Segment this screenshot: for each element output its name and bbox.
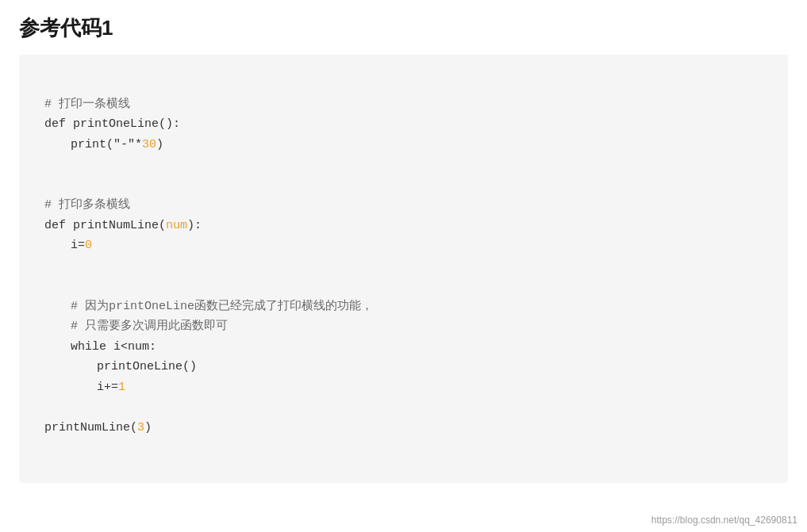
param-num: num	[166, 219, 187, 232]
number-3: 3	[137, 421, 144, 434]
print-keyword: print	[71, 138, 106, 151]
blank-line	[44, 74, 763, 94]
while-keyword: while	[71, 340, 113, 354]
call-line-1: printOneLine()	[44, 357, 763, 377]
comment-line-1: # 打印一条横线	[44, 94, 763, 115]
while-cond: i<num:	[113, 340, 156, 354]
incr-line: i+=1	[44, 377, 763, 398]
comment-line-4: # 只需要多次调用此函数即可	[44, 316, 763, 337]
comment-line-3: # 因为printOneLine函数已经完成了打印横线的功能，	[44, 297, 763, 317]
print-line-1: print("-"*30)	[44, 135, 763, 155]
def-line-2: def printNumLine(num):	[44, 216, 763, 236]
def-keyword-1: def	[44, 117, 73, 131]
blank-line-3	[44, 175, 763, 196]
def-keyword-2: def	[44, 219, 73, 232]
func-name-1: printOneLine	[73, 117, 159, 131]
blank-line-6	[44, 397, 763, 418]
watermark: https://blog.csdn.net/qq_42690811	[651, 515, 797, 526]
assign-line-1: i=0	[44, 235, 763, 256]
code-container: # 打印一条横线 def printOneLine(): print("-"*3…	[19, 55, 788, 483]
comment-line-2: # 打印多条横线	[44, 195, 763, 216]
page-title: 参考代码1	[0, 0, 807, 55]
call-line-2: printNumLine(3)	[44, 418, 763, 438]
number-30: 30	[142, 138, 156, 151]
paren-1: ()	[159, 117, 173, 131]
blank-line-4	[44, 256, 763, 277]
string-dash: "-"*	[113, 138, 142, 151]
func-name-2: printNumLine	[73, 219, 159, 232]
code-block: # 打印一条横线 def printOneLine(): print("-"*3…	[44, 74, 763, 438]
number-1: 1	[118, 381, 125, 394]
while-line: while i<num:	[44, 337, 763, 358]
def-line-1: def printOneLine():	[44, 114, 763, 135]
number-0: 0	[85, 239, 92, 252]
blank-line-2	[44, 155, 763, 175]
blank-line-5	[44, 276, 763, 297]
